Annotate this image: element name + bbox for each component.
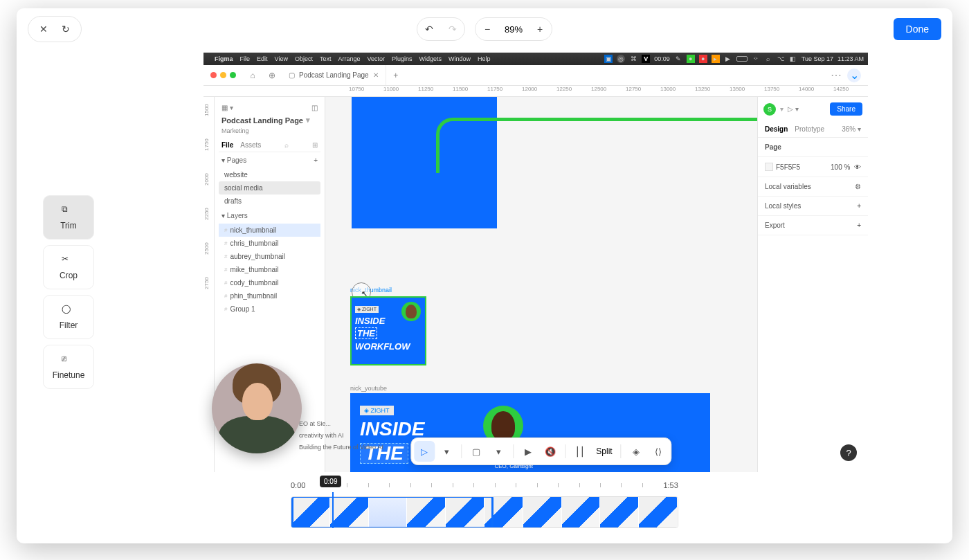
status-icon: ✎ [674, 55, 682, 63]
user-badge: S [763, 103, 776, 116]
tab-file: File [221, 141, 233, 149]
ruler-horizontal: 1075011000112501150011750120001225012500… [203, 86, 868, 97]
menu-plugins: Plugins [392, 55, 413, 62]
add-icon: + [857, 222, 861, 229]
chevron-down-icon: ▾ [436, 441, 457, 462]
layer-item: chris_thumbnail [219, 237, 320, 250]
tab-prototype: Prototype [795, 125, 824, 133]
figma-right-panel: S ▾ ▷ ▾ Share Design Prototype 36% ▾ Pag… [757, 97, 868, 472]
thumbnail-strip[interactable] [291, 496, 678, 528]
history-icon[interactable]: ↻ [57, 21, 74, 37]
strip-frame[interactable] [291, 497, 330, 527]
menu-text: Text [320, 55, 332, 62]
done-button[interactable]: Done [894, 18, 941, 40]
playhead[interactable] [332, 492, 334, 528]
component-icon: ◈ [626, 441, 646, 462]
video-viewport: Figma File Edit View Object Text Arrange… [203, 53, 868, 472]
status-icon: ● [687, 55, 695, 63]
zoom-out-icon[interactable]: − [476, 18, 499, 40]
status-icon: ▸ [712, 55, 720, 63]
present-icon: ▷ ▾ [788, 105, 799, 113]
trim-tool[interactable]: ⧉ Trim [43, 195, 94, 240]
layer-item: phin_thumbnail [219, 289, 320, 302]
strip-frame[interactable] [446, 497, 484, 527]
more-icon: ⋯ [831, 69, 842, 82]
menu-view: View [275, 55, 288, 62]
status-icon: ⌘ [629, 55, 637, 63]
project-subtitle: Marketing [219, 127, 320, 138]
strip-frame[interactable] [330, 497, 369, 527]
add-icon: + [857, 202, 861, 210]
zoom-value: 89% [499, 24, 528, 35]
strip-frame[interactable] [484, 497, 523, 527]
layers-header: Layers [227, 212, 248, 219]
dropdown-icon: ▾ [488, 441, 509, 462]
local-variables: Local variables [765, 183, 811, 190]
component-icon: ⊞ [312, 141, 318, 149]
figma-canvas: nick_thumbnail ↖ ◈ ZIGHT INSIDE THE WORK… [325, 97, 757, 472]
undo-icon[interactable]: ↶ [417, 18, 441, 40]
menu-widgets: Widgets [419, 55, 442, 62]
flag-icon: ◧ [789, 55, 797, 63]
split-icon: ⎮⎮ [570, 441, 590, 462]
frame-label: nick_youtube [350, 385, 387, 392]
canvas-zoom: 36% [842, 125, 855, 133]
new-tab-icon: + [386, 71, 406, 80]
mute-icon: 🔇 [540, 441, 561, 462]
tab-assets: Assets [240, 141, 261, 149]
strip-frame[interactable] [369, 497, 408, 527]
figma-tab: ▢ Podcast Landing Page ✕ [282, 65, 386, 85]
webcam-overlay[interactable] [212, 363, 302, 453]
crop-icon: ✂ [62, 254, 75, 268]
color-swatch [765, 163, 773, 171]
playhead-time[interactable]: 0:09 [320, 476, 341, 487]
layer-item: cody_thumbnail [219, 276, 320, 289]
close-icon[interactable]: ✕ [35, 21, 52, 37]
strip-frame[interactable] [407, 497, 446, 527]
menu-window: Window [449, 55, 471, 62]
add-page-icon: + [314, 156, 318, 164]
strip-frame[interactable] [523, 497, 562, 527]
status-icon: ▶ [724, 55, 732, 63]
figma-topbar: ⌂ ⊕ ▢ Podcast Landing Page ✕ + ⋯ ⌄ [203, 65, 868, 86]
card-badge: ◈ ZIGHT [355, 306, 379, 313]
menu-app: Figma [215, 55, 233, 62]
snippet-list: EO at Sie... creativity with AI Building… [299, 418, 383, 453]
pages-header: Pages [227, 156, 246, 164]
project-title: Podcast Landing Page [221, 116, 303, 125]
layer-item: mike_thumbnail [219, 263, 320, 276]
wifi-icon: ⌔ [752, 55, 760, 63]
panel-toggle-icon: ◫ [311, 104, 318, 111]
strip-frame[interactable] [600, 497, 639, 527]
page-item: website [219, 168, 320, 181]
filter-tool[interactable]: ◯ Filter [43, 295, 94, 339]
zoom-in-icon[interactable]: + [528, 18, 552, 40]
play-icon: ▶ [518, 441, 538, 462]
page-label: Page [765, 143, 781, 151]
redo-icon[interactable]: ↷ [441, 18, 464, 40]
avatar [401, 302, 421, 321]
figma-toolbar: ▷ ▾ ▢ ▾ ▶ 🔇 ⎮⎮ Split ◈ ⟨⟩ [410, 437, 671, 465]
menu-object: Object [295, 55, 313, 62]
timeline-axis[interactable]: 0:00 0:09 1:53 [291, 477, 678, 494]
time-start: 0:00 [291, 481, 305, 489]
figma-menu-icon: ▦ ▾ [221, 104, 233, 111]
finetune-icon: ⎚ [62, 354, 75, 368]
control-icon: ⌥ [777, 55, 785, 63]
tab-close-icon: ✕ [373, 71, 379, 79]
card-badge: ◈ ZIGHT [360, 406, 394, 415]
finetune-tool[interactable]: ⎚ Finetune [43, 345, 94, 389]
color-value: F5F5F5 [776, 163, 800, 171]
chevron-down-icon: ⌄ [847, 69, 861, 82]
figma-tab-label: Podcast Landing Page [299, 71, 369, 79]
help-icon: ? [840, 444, 857, 461]
crop-label: Crop [60, 271, 78, 280]
share-button: Share [830, 102, 862, 116]
strip-frame[interactable] [639, 497, 678, 527]
settings-icon: ⚙ [855, 183, 861, 190]
mac-menubar: Figma File Edit View Object Text Arrange… [203, 53, 868, 65]
strip-frame[interactable] [562, 497, 601, 527]
export-label: Export [765, 222, 785, 229]
crop-tool[interactable]: ✂ Crop [43, 245, 94, 289]
status-icon: V [642, 55, 650, 63]
